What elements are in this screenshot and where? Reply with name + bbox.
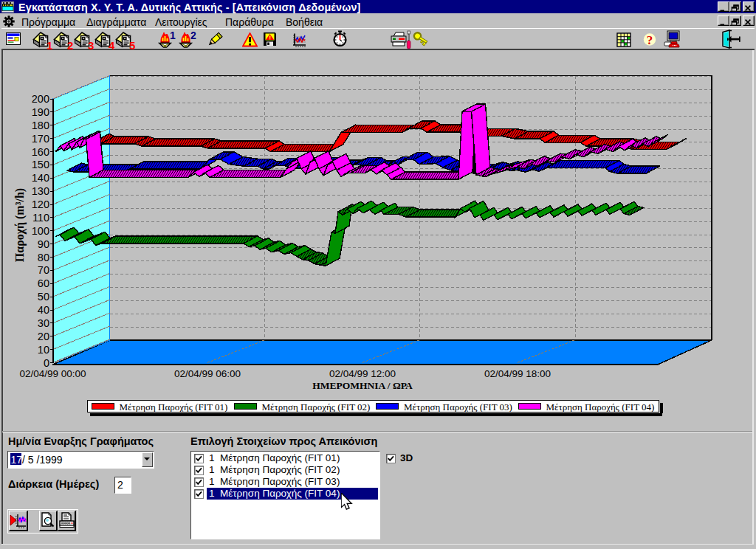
svg-text:02/04/99 06:00: 02/04/99 06:00 [174, 368, 241, 379]
svg-text:30: 30 [38, 317, 49, 329]
svg-text:190: 190 [32, 106, 49, 118]
svg-text:110: 110 [32, 212, 49, 224]
svg-text:1: 1 [47, 39, 52, 50]
svg-text:160: 160 [32, 146, 49, 158]
svg-text:70: 70 [38, 264, 49, 276]
svg-text:?: ? [647, 33, 653, 47]
svg-text:10: 10 [38, 344, 49, 356]
svg-text:60: 60 [38, 277, 49, 289]
svg-text:80: 80 [38, 252, 49, 263]
svg-text:120: 120 [32, 198, 49, 210]
svg-text:40: 40 [38, 304, 49, 316]
svg-text:200: 200 [32, 93, 49, 105]
svg-text:0: 0 [44, 357, 49, 369]
svg-text:1: 1 [170, 30, 176, 41]
svg-text:50: 50 [38, 291, 49, 303]
svg-text:170: 170 [32, 133, 49, 145]
svg-text:2: 2 [190, 30, 196, 41]
svg-text:180: 180 [32, 120, 49, 131]
svg-text:ΗΜΕΡΟΜΗΝΙΑ / ΩΡΑ: ΗΜΕΡΟΜΗΝΙΑ / ΩΡΑ [312, 380, 413, 391]
svg-text:130: 130 [32, 185, 49, 197]
svg-text:100: 100 [32, 225, 49, 237]
svg-text:5: 5 [129, 39, 135, 50]
svg-text:4: 4 [109, 39, 114, 50]
svg-text:02/04/99 12:00: 02/04/99 12:00 [329, 368, 396, 379]
svg-text:02/04/99 00:00: 02/04/99 00:00 [19, 368, 86, 379]
svg-text:02/04/99 18:00: 02/04/99 18:00 [484, 368, 551, 379]
svg-text:20: 20 [38, 331, 49, 342]
svg-text:90: 90 [38, 238, 49, 250]
svg-text:Παροχή (m³/h): Παροχή (m³/h) [13, 188, 27, 262]
svg-text:140: 140 [32, 172, 49, 184]
svg-text:150: 150 [32, 159, 49, 170]
svg-text:3: 3 [88, 39, 94, 50]
svg-text:2: 2 [67, 39, 73, 50]
